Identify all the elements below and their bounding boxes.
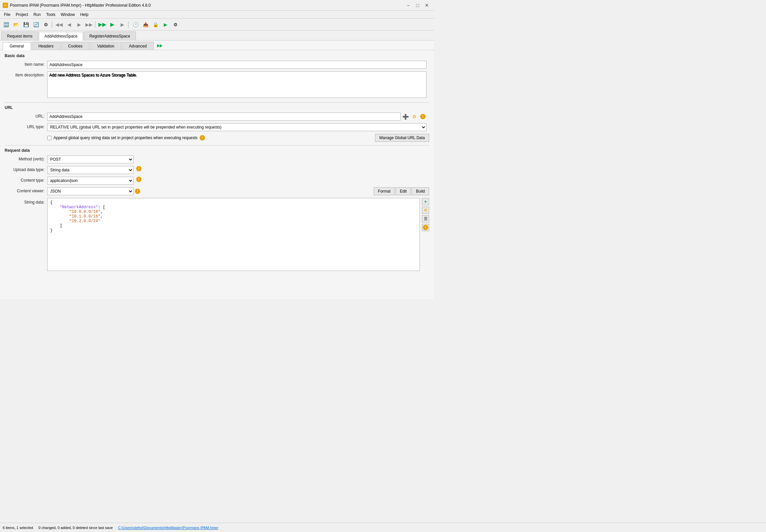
divider-1	[5, 102, 429, 103]
item-description-textarea[interactable]	[47, 71, 427, 98]
build-button[interactable]: Build	[412, 187, 429, 195]
upload-type-select[interactable]: String data	[47, 166, 134, 174]
toolbar-btn-4[interactable]: 🔄	[31, 20, 41, 29]
tab-add-address-space[interactable]: AddAddressSpace	[39, 32, 83, 41]
menu-bar: File Project Run Tools Window Help	[0, 11, 434, 19]
play-icon	[157, 44, 160, 47]
title-bar: H Poormans IPAM (Poormans IPAM.hmpr) - H…	[0, 0, 434, 11]
toolbar-btn-2[interactable]: 📂	[11, 20, 21, 29]
toolbar-sep-3	[128, 21, 130, 28]
menu-help[interactable]: Help	[77, 12, 91, 18]
content-viewer-select[interactable]: JSON	[47, 187, 134, 195]
inner-tabs: General Headers Cookies Validation Advan…	[0, 41, 434, 50]
upload-type-row: Upload data type: String data !	[5, 166, 429, 174]
item-name-input[interactable]	[47, 61, 427, 69]
string-data-editor[interactable]: { "NetworkAddress": [ "10.0.0.0/16", "10…	[47, 198, 420, 271]
string-data-hint-btn[interactable]: !	[422, 224, 429, 231]
toolbar-btn-5[interactable]: ⚙	[41, 20, 50, 29]
content-viewer-row: Content viewer: JSON ! Format Edit Build	[5, 187, 429, 195]
method-select[interactable]: POST	[47, 155, 134, 163]
url-settings-button[interactable]: ⚙	[411, 113, 418, 120]
format-button[interactable]: Format	[374, 187, 395, 195]
url-hint-icon: !	[420, 114, 426, 119]
run-button[interactable]	[156, 42, 164, 50]
toolbar-stop[interactable]: ▶	[118, 20, 127, 29]
toolbar-btn-6[interactable]: ◀◀	[54, 20, 64, 29]
title-bar-text: Poormans IPAM (Poormans IPAM.hmpr) - Htt…	[10, 3, 151, 8]
menu-tools[interactable]: Tools	[44, 12, 58, 18]
content-viewer-hint-icon: !	[135, 189, 140, 194]
editor-buttons: Format Edit Build	[374, 187, 429, 195]
basic-data-section-title: Basic data	[5, 53, 429, 58]
toolbar-btn-9[interactable]: ▶▶	[84, 20, 94, 29]
toolbar-btn-7[interactable]: ◀	[64, 20, 74, 29]
toolbar-config[interactable]: ⚙	[171, 20, 180, 29]
tab-advanced[interactable]: Advanced	[122, 42, 153, 50]
url-label: URL:	[5, 113, 45, 119]
toolbar-sep-1	[52, 21, 53, 28]
append-hint-icon: !	[200, 135, 205, 140]
content-type-hint-icon: !	[136, 177, 142, 182]
toolbar: 🆕 📂 💾 🔄 ⚙ ◀◀ ◀ ▶ ▶▶ ▶▶ ▶ ▶ 🕐 📤 🔒 ▶ ⚙	[0, 19, 434, 31]
tab-headers[interactable]: Headers	[32, 42, 60, 50]
toolbar-run-all[interactable]: ▶▶	[98, 20, 107, 29]
tab-general[interactable]: General	[3, 42, 31, 50]
toolbar-export[interactable]: 📤	[141, 20, 150, 29]
menu-project[interactable]: Project	[13, 12, 31, 18]
menu-window[interactable]: Window	[58, 12, 78, 18]
append-checkbox[interactable]	[47, 136, 51, 140]
content-type-select[interactable]: application/json	[47, 177, 134, 185]
url-add-button[interactable]: ➕	[402, 113, 409, 120]
method-label: Method (verb):	[5, 155, 45, 161]
manage-global-url-btn[interactable]: Manage Global URL Data	[375, 134, 429, 142]
url-input[interactable]	[47, 113, 401, 121]
url-type-label: URL type:	[5, 123, 45, 129]
content-viewer-label: Content viewer:	[5, 187, 45, 193]
menu-file[interactable]: File	[1, 12, 13, 18]
item-description-row: Item description: Add new Address Spaces…	[5, 71, 429, 99]
content-type-row: Content type: application/json !	[5, 177, 429, 185]
tab-validation[interactable]: Validation	[90, 42, 121, 50]
main-content: Basic data Item name: Item description: …	[0, 50, 434, 299]
title-bar-controls: − □ ✕	[404, 1, 431, 10]
menu-run[interactable]: Run	[31, 12, 44, 18]
string-data-add-btn[interactable]: +	[422, 198, 429, 205]
append-checkbox-row: Append global query string data set in p…	[47, 134, 429, 142]
tab-register-address-space[interactable]: RegisterAddressSpace	[84, 32, 136, 40]
tab-request-items[interactable]: Request items	[1, 32, 38, 40]
upload-type-label: Upload data type:	[5, 166, 45, 172]
content-type-label: Content type:	[5, 177, 45, 183]
toolbar-btn-3[interactable]: 💾	[21, 20, 31, 29]
request-data-section-title: Request data	[5, 148, 429, 153]
toolbar-schedule[interactable]: 🕐	[131, 20, 140, 29]
toolbar-lock[interactable]: 🔒	[151, 20, 160, 29]
minimize-button[interactable]: −	[404, 1, 413, 10]
url-type-select[interactable]: RELATIVE URL (global URL set in project …	[47, 123, 427, 131]
string-data-sidebar: + ⚙ ☰ !	[422, 198, 429, 271]
divider-2	[5, 145, 429, 145]
toolbar-sep-2	[95, 21, 96, 28]
toolbar-run-selected[interactable]: ▶	[108, 20, 117, 29]
tab-cookies[interactable]: Cookies	[61, 42, 89, 50]
toolbar-btn-1[interactable]: 🆕	[1, 20, 11, 29]
toolbar-btn-8[interactable]: ▶	[74, 20, 84, 29]
title-bar-left: H Poormans IPAM (Poormans IPAM.hmpr) - H…	[3, 3, 151, 8]
app-icon: H	[3, 3, 8, 8]
request-tabs: Request items AddAddressSpace RegisterAd…	[0, 31, 434, 41]
string-data-label: String data:	[5, 198, 45, 205]
restore-button[interactable]: □	[413, 1, 422, 10]
close-button[interactable]: ✕	[423, 1, 431, 10]
url-type-row: URL type: RELATIVE URL (global URL set i…	[5, 123, 429, 131]
toolbar-play[interactable]: ▶	[161, 20, 170, 29]
url-row: URL: ➕ ⚙ !	[5, 113, 429, 121]
string-data-row: String data: { "NetworkAddress": [ "10.0…	[5, 198, 429, 271]
string-data-list-btn[interactable]: ☰	[422, 215, 429, 222]
play-icon-2	[160, 44, 162, 47]
item-name-row: Item name:	[5, 61, 429, 69]
item-description-label: Item description:	[5, 71, 45, 77]
edit-button[interactable]: Edit	[396, 187, 411, 195]
url-hint-button[interactable]: !	[419, 113, 427, 120]
append-checkbox-label: Append global query string data set in p…	[53, 135, 198, 140]
method-row: Method (verb): POST	[5, 155, 429, 163]
string-data-settings-btn[interactable]: ⚙	[422, 207, 429, 214]
